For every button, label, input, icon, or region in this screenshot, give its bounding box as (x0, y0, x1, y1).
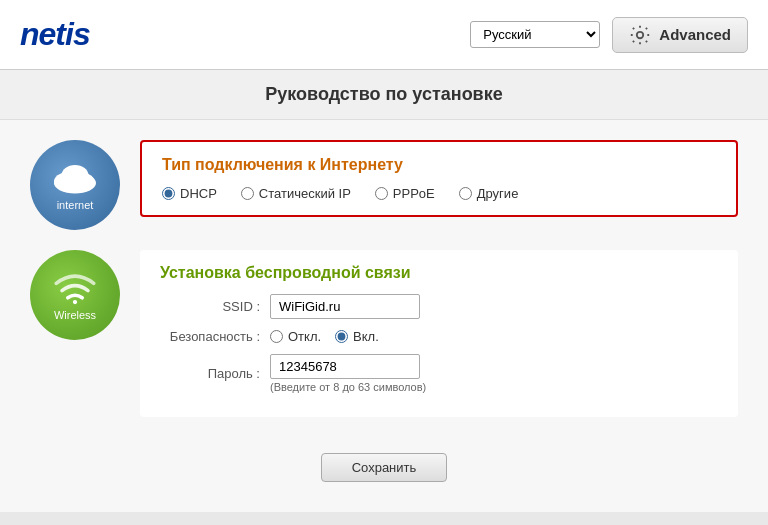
security-on-radio[interactable] (335, 330, 348, 343)
other-option[interactable]: Другие (459, 186, 519, 201)
security-on-option[interactable]: Вкл. (335, 329, 379, 344)
advanced-button[interactable]: Advanced (612, 17, 748, 53)
other-radio[interactable] (459, 187, 472, 200)
internet-section: internet Тип подключения к Интернету DHC… (30, 140, 738, 230)
svg-point-5 (73, 300, 77, 304)
security-off-radio[interactable] (270, 330, 283, 343)
advanced-label: Advanced (659, 26, 731, 43)
password-input[interactable] (270, 354, 420, 379)
pppoe-radio[interactable] (375, 187, 388, 200)
save-button[interactable]: Сохранить (321, 453, 448, 482)
connection-type-box: Тип подключения к Интернету DHCP Статиче… (140, 140, 738, 217)
cloud-icon (51, 159, 99, 195)
security-label: Безопасность : (160, 329, 260, 344)
logo: netis (20, 16, 90, 53)
wifi-icon (51, 269, 99, 305)
internet-icon-circle: internet (30, 140, 120, 230)
header: netis Русский English 中文 Advanced (0, 0, 768, 70)
wireless-content: Установка беспроводной связи SSID : Безо… (140, 250, 738, 417)
connection-type-title: Тип подключения к Интернету (162, 156, 716, 174)
internet-icon-label: internet (57, 199, 94, 211)
connection-type-radio-group: DHCP Статический IP PPPoE Другие (162, 186, 716, 201)
security-options: Откл. Вкл. (270, 329, 379, 344)
svg-point-0 (637, 31, 643, 37)
dhcp-option[interactable]: DHCP (162, 186, 217, 201)
ssid-label: SSID : (160, 299, 260, 314)
page-title: Руководство по установке (0, 70, 768, 120)
wireless-section-title: Установка беспроводной связи (160, 264, 718, 282)
ssid-row: SSID : (160, 294, 718, 319)
password-label: Пароль : (160, 366, 260, 381)
dhcp-label: DHCP (180, 186, 217, 201)
security-off-label: Откл. (288, 329, 321, 344)
security-row: Безопасность : Откл. Вкл. (160, 329, 718, 344)
static-ip-radio[interactable] (241, 187, 254, 200)
svg-point-4 (62, 165, 89, 186)
wireless-section: Wireless Установка беспроводной связи SS… (30, 250, 738, 417)
password-row: Пароль : (Введите от 8 до 63 символов) (160, 354, 718, 393)
static-ip-label: Статический IP (259, 186, 351, 201)
static-ip-option[interactable]: Статический IP (241, 186, 351, 201)
ssid-input[interactable] (270, 294, 420, 319)
security-off-option[interactable]: Откл. (270, 329, 321, 344)
wireless-icon-circle: Wireless (30, 250, 120, 340)
password-hint: (Введите от 8 до 63 символов) (270, 381, 426, 393)
password-col: (Введите от 8 до 63 символов) (270, 354, 426, 393)
pppoe-option[interactable]: PPPoE (375, 186, 435, 201)
header-right: Русский English 中文 Advanced (470, 17, 748, 53)
security-on-label: Вкл. (353, 329, 379, 344)
save-section: Сохранить (30, 437, 738, 492)
gear-icon (629, 24, 651, 46)
language-select[interactable]: Русский English 中文 (470, 21, 600, 48)
wireless-icon-label: Wireless (54, 309, 96, 321)
pppoe-label: PPPoE (393, 186, 435, 201)
main-content: internet Тип подключения к Интернету DHC… (0, 120, 768, 512)
dhcp-radio[interactable] (162, 187, 175, 200)
other-label: Другие (477, 186, 519, 201)
